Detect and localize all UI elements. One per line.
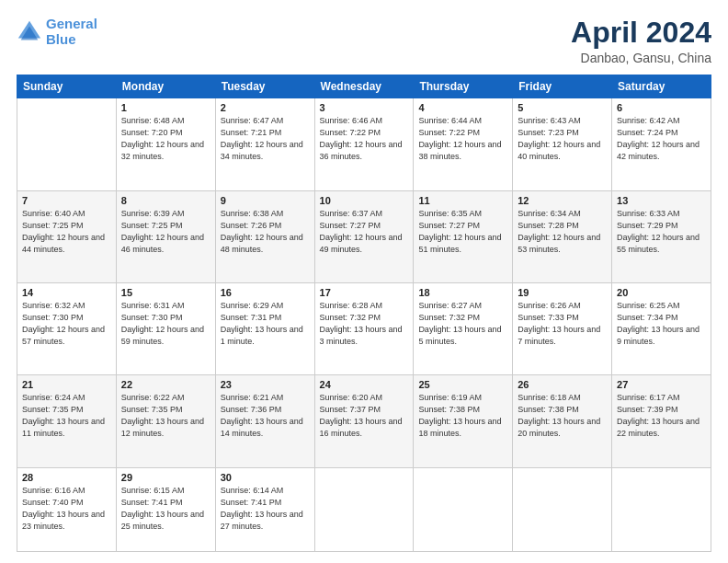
calendar-cell: 9Sunrise: 6:38 AMSunset: 7:26 PMDaylight…: [215, 190, 314, 282]
main-title: April 2024: [571, 17, 711, 49]
calendar-body: 1Sunrise: 6:48 AMSunset: 7:20 PMDaylight…: [17, 98, 711, 552]
day-info: Sunrise: 6:27 AMSunset: 7:32 PMDaylight:…: [418, 300, 507, 348]
day-number: 12: [518, 195, 607, 206]
day-info: Sunrise: 6:24 AMSunset: 7:35 PMDaylight:…: [22, 392, 111, 440]
calendar-cell: 5Sunrise: 6:43 AMSunset: 7:23 PMDaylight…: [513, 98, 612, 190]
day-number: 30: [221, 472, 310, 483]
calendar-week-row: 1Sunrise: 6:48 AMSunset: 7:20 PMDaylight…: [17, 98, 711, 190]
day-number: 1: [121, 102, 210, 113]
day-number: 19: [518, 287, 607, 298]
calendar-header: SundayMondayTuesdayWednesdayThursdayFrid…: [17, 75, 711, 98]
day-info: Sunrise: 6:16 AMSunset: 7:40 PMDaylight:…: [22, 485, 111, 533]
day-info: Sunrise: 6:29 AMSunset: 7:31 PMDaylight:…: [221, 300, 310, 348]
day-number: 7: [22, 195, 111, 206]
day-number: 29: [121, 472, 210, 483]
day-info: Sunrise: 6:20 AMSunset: 7:37 PMDaylight:…: [320, 392, 409, 440]
calendar-cell: [612, 467, 711, 551]
calendar-cell: 17Sunrise: 6:28 AMSunset: 7:32 PMDayligh…: [314, 282, 414, 374]
calendar-cell: 26Sunrise: 6:18 AMSunset: 7:38 PMDayligh…: [513, 375, 612, 467]
weekday-header-sunday: Sunday: [17, 75, 117, 98]
calendar-cell: 20Sunrise: 6:25 AMSunset: 7:34 PMDayligh…: [612, 282, 711, 374]
calendar-cell: 12Sunrise: 6:34 AMSunset: 7:28 PMDayligh…: [513, 190, 612, 282]
title-block: April 2024 Danbao, Gansu, China: [571, 17, 711, 65]
calendar-cell: 23Sunrise: 6:21 AMSunset: 7:36 PMDayligh…: [215, 375, 314, 467]
weekday-header-tuesday: Tuesday: [215, 75, 314, 98]
day-number: 27: [617, 379, 706, 390]
day-info: Sunrise: 6:17 AMSunset: 7:39 PMDaylight:…: [617, 392, 706, 440]
day-number: 13: [617, 195, 706, 206]
calendar-week-row: 21Sunrise: 6:24 AMSunset: 7:35 PMDayligh…: [17, 375, 711, 467]
day-info: Sunrise: 6:43 AMSunset: 7:23 PMDaylight:…: [518, 115, 607, 163]
day-info: Sunrise: 6:46 AMSunset: 7:22 PMDaylight:…: [320, 115, 409, 163]
calendar-cell: 11Sunrise: 6:35 AMSunset: 7:27 PMDayligh…: [414, 190, 513, 282]
calendar-cell: 4Sunrise: 6:44 AMSunset: 7:22 PMDaylight…: [414, 98, 513, 190]
day-number: 25: [418, 379, 507, 390]
day-info: Sunrise: 6:31 AMSunset: 7:30 PMDaylight:…: [121, 300, 210, 348]
calendar-cell: 22Sunrise: 6:22 AMSunset: 7:35 PMDayligh…: [116, 375, 215, 467]
logo-text: General Blue: [46, 17, 97, 47]
calendar-cell: 3Sunrise: 6:46 AMSunset: 7:22 PMDaylight…: [314, 98, 414, 190]
weekday-header-saturday: Saturday: [612, 75, 711, 98]
page: General Blue April 2024 Danbao, Gansu, C…: [0, 0, 728, 563]
day-info: Sunrise: 6:47 AMSunset: 7:21 PMDaylight:…: [221, 115, 310, 163]
day-info: Sunrise: 6:19 AMSunset: 7:38 PMDaylight:…: [418, 392, 507, 440]
day-number: 9: [221, 195, 310, 206]
calendar-cell: 2Sunrise: 6:47 AMSunset: 7:21 PMDaylight…: [215, 98, 314, 190]
logo: General Blue: [17, 17, 97, 47]
calendar-cell: 13Sunrise: 6:33 AMSunset: 7:29 PMDayligh…: [612, 190, 711, 282]
day-number: 8: [121, 195, 210, 206]
header: General Blue April 2024 Danbao, Gansu, C…: [17, 17, 711, 65]
day-info: Sunrise: 6:28 AMSunset: 7:32 PMDaylight:…: [320, 300, 409, 348]
day-info: Sunrise: 6:34 AMSunset: 7:28 PMDaylight:…: [518, 208, 607, 256]
calendar-cell: 21Sunrise: 6:24 AMSunset: 7:35 PMDayligh…: [17, 375, 117, 467]
weekday-header-thursday: Thursday: [414, 75, 513, 98]
logo-general: General: [46, 16, 97, 31]
day-number: 23: [221, 379, 310, 390]
day-number: 17: [320, 287, 409, 298]
day-number: 3: [320, 102, 409, 113]
day-number: 16: [221, 287, 310, 298]
day-number: 20: [617, 287, 706, 298]
calendar-cell: 6Sunrise: 6:42 AMSunset: 7:24 PMDaylight…: [612, 98, 711, 190]
day-info: Sunrise: 6:21 AMSunset: 7:36 PMDaylight:…: [221, 392, 310, 440]
day-number: 22: [121, 379, 210, 390]
calendar-cell: 30Sunrise: 6:14 AMSunset: 7:41 PMDayligh…: [215, 467, 314, 551]
weekday-header-friday: Friday: [513, 75, 612, 98]
day-number: 15: [121, 287, 210, 298]
day-info: Sunrise: 6:42 AMSunset: 7:24 PMDaylight:…: [617, 115, 706, 163]
logo-blue: Blue: [46, 31, 76, 47]
calendar-cell: 15Sunrise: 6:31 AMSunset: 7:30 PMDayligh…: [116, 282, 215, 374]
day-info: Sunrise: 6:48 AMSunset: 7:20 PMDaylight:…: [121, 115, 210, 163]
day-number: 10: [320, 195, 409, 206]
calendar-cell: 7Sunrise: 6:40 AMSunset: 7:25 PMDaylight…: [17, 190, 117, 282]
calendar-cell: 1Sunrise: 6:48 AMSunset: 7:20 PMDaylight…: [116, 98, 215, 190]
calendar-cell: [17, 98, 117, 190]
day-number: 14: [22, 287, 111, 298]
day-info: Sunrise: 6:33 AMSunset: 7:29 PMDaylight:…: [617, 208, 706, 256]
calendar-cell: 25Sunrise: 6:19 AMSunset: 7:38 PMDayligh…: [414, 375, 513, 467]
day-number: 24: [320, 379, 409, 390]
calendar-table: SundayMondayTuesdayWednesdayThursdayFrid…: [17, 75, 711, 552]
day-info: Sunrise: 6:35 AMSunset: 7:27 PMDaylight:…: [418, 208, 507, 256]
calendar-cell: 14Sunrise: 6:32 AMSunset: 7:30 PMDayligh…: [17, 282, 117, 374]
calendar-cell: 28Sunrise: 6:16 AMSunset: 7:40 PMDayligh…: [17, 467, 117, 551]
day-number: 4: [418, 102, 507, 113]
weekday-header-row: SundayMondayTuesdayWednesdayThursdayFrid…: [17, 75, 711, 98]
calendar-cell: [314, 467, 414, 551]
day-info: Sunrise: 6:32 AMSunset: 7:30 PMDaylight:…: [22, 300, 111, 348]
weekday-header-wednesday: Wednesday: [314, 75, 414, 98]
calendar-cell: 27Sunrise: 6:17 AMSunset: 7:39 PMDayligh…: [612, 375, 711, 467]
day-info: Sunrise: 6:37 AMSunset: 7:27 PMDaylight:…: [320, 208, 409, 256]
calendar-week-row: 7Sunrise: 6:40 AMSunset: 7:25 PMDaylight…: [17, 190, 711, 282]
calendar-cell: 8Sunrise: 6:39 AMSunset: 7:25 PMDaylight…: [116, 190, 215, 282]
logo-icon: [17, 19, 42, 45]
calendar-cell: 16Sunrise: 6:29 AMSunset: 7:31 PMDayligh…: [215, 282, 314, 374]
calendar-cell: 29Sunrise: 6:15 AMSunset: 7:41 PMDayligh…: [116, 467, 215, 551]
calendar-cell: 19Sunrise: 6:26 AMSunset: 7:33 PMDayligh…: [513, 282, 612, 374]
day-info: Sunrise: 6:38 AMSunset: 7:26 PMDaylight:…: [221, 208, 310, 256]
calendar-cell: [513, 467, 612, 551]
day-number: 28: [22, 472, 111, 483]
day-info: Sunrise: 6:40 AMSunset: 7:25 PMDaylight:…: [22, 208, 111, 256]
day-info: Sunrise: 6:14 AMSunset: 7:41 PMDaylight:…: [221, 485, 310, 533]
day-number: 18: [418, 287, 507, 298]
